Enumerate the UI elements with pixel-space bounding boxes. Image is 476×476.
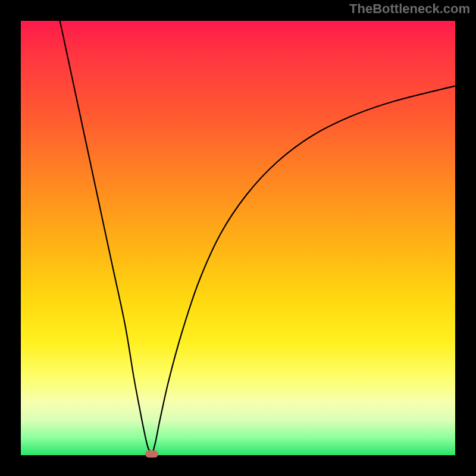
attribution-label: TheBottleneck.com (349, 1, 470, 17)
min-marker (145, 450, 158, 458)
curve-left (60, 21, 152, 455)
curve-right (152, 86, 455, 456)
chart-frame: TheBottleneck.com (0, 0, 476, 476)
curve-svg (21, 21, 455, 455)
plot-area (21, 21, 455, 455)
